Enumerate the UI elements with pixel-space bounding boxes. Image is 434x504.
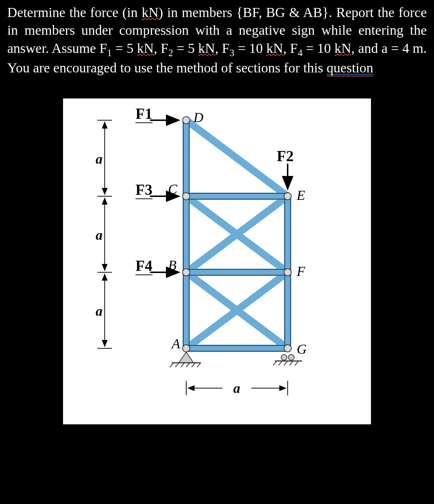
subscript: 1: [107, 47, 112, 58]
truss-figure: F1 F2 F3 F4 D C B A E F G a a a a: [63, 98, 371, 424]
text-part: = 10: [234, 41, 266, 56]
text-part: , F: [283, 41, 298, 56]
text-part: = 10: [302, 41, 334, 56]
text-part: Determine the force (in: [7, 5, 142, 20]
svg-line-29: [170, 363, 174, 367]
force-f1-label: F1: [135, 105, 153, 123]
svg-point-25: [284, 269, 291, 276]
svg-line-34: [197, 363, 201, 367]
unit-kn: kN: [334, 41, 351, 56]
unit-kn: kN: [266, 41, 283, 56]
force-f3-label: F3: [135, 181, 153, 199]
svg-line-38: [273, 361, 277, 365]
node-g-label: G: [297, 341, 306, 357]
force-f2-label: F2: [277, 147, 294, 165]
unit-kn: kN: [142, 5, 158, 20]
dim-a-1: a: [96, 151, 103, 167]
svg-line-30: [175, 363, 179, 367]
dim-a-3: a: [96, 303, 103, 319]
text-part: = 5: [112, 41, 137, 56]
svg-line-33: [192, 363, 195, 367]
svg-point-20: [183, 117, 190, 124]
svg-line-5: [186, 120, 288, 196]
svg-point-22: [183, 269, 190, 276]
node-b-label: B: [168, 257, 176, 273]
svg-line-39: [279, 361, 282, 365]
node-d-label: D: [193, 109, 203, 125]
svg-line-42: [295, 361, 299, 365]
svg-marker-27: [179, 352, 193, 363]
svg-point-23: [183, 345, 190, 352]
link-question: question: [327, 60, 374, 76]
unit-kn: kN: [198, 41, 215, 56]
subscript: 3: [230, 47, 234, 58]
dim-a-4: a: [233, 380, 240, 396]
text-part: , F: [215, 41, 229, 56]
svg-point-21: [183, 193, 190, 200]
node-c-label: C: [168, 181, 177, 197]
svg-line-40: [284, 361, 288, 365]
svg-line-32: [186, 363, 190, 367]
node-f-label: F: [297, 263, 305, 279]
svg-line-41: [289, 361, 293, 365]
subscript: 2: [168, 47, 173, 58]
problem-statement: Determine the force (in kN) in members {…: [7, 4, 427, 77]
svg-line-31: [181, 363, 184, 367]
text-part: = 5: [173, 41, 198, 56]
text-part: , F: [154, 41, 168, 56]
svg-point-35: [281, 354, 287, 360]
unit-kn: kN: [137, 41, 154, 56]
node-e-label: E: [297, 187, 305, 203]
node-a-label: A: [172, 336, 180, 352]
force-f4-label: F4: [135, 257, 153, 275]
truss-svg: [63, 98, 371, 424]
svg-point-26: [284, 345, 291, 352]
svg-point-24: [284, 193, 291, 200]
dim-a-2: a: [96, 227, 103, 243]
svg-point-36: [288, 354, 294, 360]
subscript: 4: [298, 47, 302, 58]
